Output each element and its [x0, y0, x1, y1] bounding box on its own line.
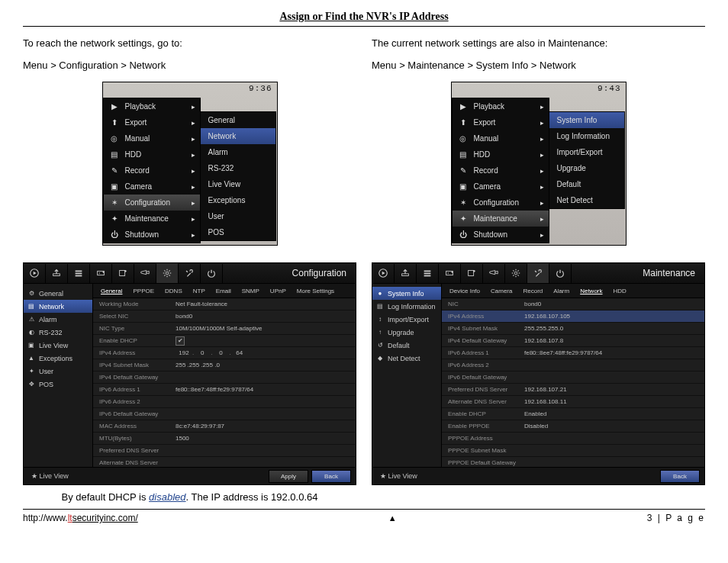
back-button[interactable]: Back	[660, 470, 700, 483]
field-value[interactable]: 1500	[172, 435, 356, 442]
tab-more-settings[interactable]: More Settings	[297, 288, 334, 294]
context-record[interactable]: ✎Record	[104, 162, 200, 179]
context-shutdown[interactable]: ⏻Shutdown	[104, 227, 200, 243]
hdd-icon[interactable]	[439, 263, 461, 283]
context-shutdown[interactable]: ⏻Shutdown	[453, 227, 549, 243]
shutdown-icon[interactable]	[549, 263, 572, 283]
field-value[interactable]: fe80::8ee7:48ff:fe29:9787/64	[172, 386, 356, 393]
tab-email[interactable]: Email	[216, 288, 231, 294]
live-view-link[interactable]: ★ Live View	[372, 472, 417, 480]
maintenance-icon[interactable]	[527, 263, 549, 283]
sidebar-item-general[interactable]: ⚙General	[24, 287, 92, 300]
field-value[interactable]: Net Fault-tolerance	[172, 301, 356, 307]
tab-upnp[interactable]: UPnP	[270, 288, 286, 294]
context-maintenance[interactable]: ✦Maintenance	[453, 211, 549, 227]
ip-octet[interactable]: 0	[194, 349, 211, 356]
sidebar-item-rs-232[interactable]: ◐RS-232	[24, 326, 92, 339]
tab-device-info[interactable]: Device Info	[449, 288, 480, 294]
sidebar-item-pos[interactable]: ✥POS	[24, 378, 92, 391]
tab-record[interactable]: Record	[523, 288, 543, 294]
hdd-icon[interactable]	[90, 263, 112, 283]
sidebar-item-default[interactable]: ↺Default	[372, 339, 441, 352]
sub-rs-232[interactable]: RS-232	[201, 160, 275, 176]
context-maintenance[interactable]: ✦Maintenance	[104, 211, 200, 227]
field-value[interactable]: Disabled	[521, 423, 704, 429]
context-camera[interactable]: ▣Camera	[104, 179, 200, 195]
footer-url[interactable]: http://www.ltsecurityinc.com/	[23, 513, 138, 523]
field-value[interactable]: bond0	[172, 313, 356, 320]
field-value[interactable]: 192.168.108.11	[521, 398, 704, 405]
context-playback[interactable]: ▶Playback	[104, 98, 200, 114]
ip-octet[interactable]: 0	[212, 349, 229, 356]
tab-alarm[interactable]: Alarm	[553, 288, 569, 294]
field-value[interactable]: 192.0.0.64	[172, 349, 356, 356]
sub-general[interactable]: General	[201, 112, 275, 128]
ip-octet[interactable]: 192	[176, 349, 192, 356]
context-export[interactable]: ⬆Export	[453, 114, 549, 130]
export-icon[interactable]	[395, 263, 417, 283]
tab-ddns[interactable]: DDNS	[165, 288, 182, 294]
tab-general[interactable]: General	[101, 288, 122, 294]
field-value[interactable]: Enabled	[521, 410, 704, 417]
sub-user[interactable]: User	[201, 208, 275, 224]
sidebar-item-user[interactable]: ✦User	[24, 365, 92, 378]
live-view-link[interactable]: ★ Live View	[24, 472, 69, 480]
field-value[interactable]: 192.168.107.105	[521, 313, 704, 320]
field-value[interactable]: 255 .255 .255 .0	[172, 362, 356, 368]
context-hdd[interactable]: ▤HDD	[104, 146, 200, 162]
configuration-icon[interactable]	[505, 263, 527, 283]
sidebar-item-network[interactable]: ▤Network	[24, 300, 92, 313]
context-manual[interactable]: ◎Manual	[104, 130, 200, 146]
camera-icon[interactable]	[134, 263, 156, 283]
sidebar-item-upgrade[interactable]: ↑Upgrade	[372, 326, 441, 339]
sub-alarm[interactable]: Alarm	[201, 144, 275, 160]
field-value[interactable]: 8c:e7:48:29:97:87	[172, 423, 356, 429]
sub-upgrade[interactable]: Upgrade	[549, 160, 624, 176]
record-icon[interactable]	[112, 263, 134, 283]
shutdown-icon[interactable]	[201, 263, 223, 283]
manual-icon[interactable]	[68, 263, 90, 283]
play-icon[interactable]	[372, 263, 395, 283]
record-icon[interactable]	[461, 263, 483, 283]
sub-net-detect[interactable]: Net Detect	[549, 192, 624, 208]
context-record[interactable]: ✎Record	[453, 162, 549, 179]
context-export[interactable]: ⬆Export	[104, 114, 200, 130]
context-hdd[interactable]: ▤HDD	[453, 146, 549, 162]
back-button[interactable]: Back	[311, 470, 351, 483]
maintenance-icon[interactable]	[179, 263, 201, 283]
manual-icon[interactable]	[417, 263, 439, 283]
sub-log-information[interactable]: Log Information	[549, 128, 624, 144]
sub-default[interactable]: Default	[549, 176, 624, 192]
tab-snmp[interactable]: SNMP	[242, 288, 259, 294]
sidebar-item-alarm[interactable]: ⚠Alarm	[24, 313, 92, 326]
sidebar-item-net-detect[interactable]: ◆Net Detect	[372, 352, 441, 365]
context-playback[interactable]: ▶Playback	[453, 98, 549, 114]
ip-octet[interactable]: 64	[231, 349, 248, 356]
apply-button[interactable]: Apply	[269, 470, 308, 483]
checkbox[interactable]: ✔	[176, 336, 185, 346]
sub-import/export[interactable]: Import/Export	[549, 144, 624, 160]
context-configuration[interactable]: ✶Configuration	[104, 195, 200, 211]
field-value[interactable]: ✔	[172, 336, 356, 346]
field-value[interactable]: 192.168.107.8	[521, 337, 704, 344]
export-icon[interactable]	[46, 263, 68, 283]
sub-pos[interactable]: POS	[201, 224, 275, 240]
field-value[interactable]: bond0	[521, 301, 704, 307]
sidebar-item-system-info[interactable]: ●System Info	[372, 287, 441, 300]
context-manual[interactable]: ◎Manual	[453, 130, 549, 146]
tab-network[interactable]: Network	[580, 288, 602, 294]
sub-live-view[interactable]: Live View	[201, 176, 275, 192]
field-value[interactable]: fe80::8ee7:48ff:fe29:9787/64	[521, 349, 704, 356]
sidebar-item-live-view[interactable]: ▣Live View	[24, 339, 92, 352]
field-value[interactable]: 255.255.255.0	[521, 325, 704, 332]
context-configuration[interactable]: ✶Configuration	[453, 195, 549, 211]
configuration-icon[interactable]	[156, 263, 179, 283]
sub-system-info[interactable]: System Info	[549, 112, 624, 128]
sub-exceptions[interactable]: Exceptions	[201, 192, 275, 208]
sidebar-item-import-export[interactable]: ↕Import/Export	[372, 313, 441, 326]
sidebar-item-log-information[interactable]: ▤Log Information	[372, 300, 441, 313]
tab-hdd[interactable]: HDD	[614, 288, 627, 294]
field-value[interactable]: 192.168.107.21	[521, 386, 704, 393]
field-value[interactable]: 10M/100M/1000M Self-adaptive	[172, 325, 356, 332]
sidebar-item-exceptions[interactable]: ▲Exceptions	[24, 352, 92, 365]
